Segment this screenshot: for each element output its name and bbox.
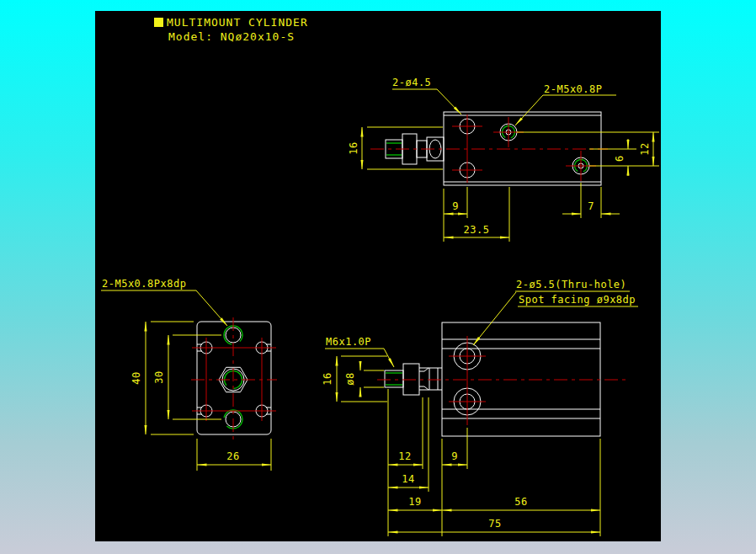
top-view-dim-16: 16 (348, 141, 359, 154)
side-view-dim-12: 12 (398, 450, 411, 462)
front-view-dim-30: 30 (153, 370, 165, 383)
front-view-dim-26: 26 (226, 450, 239, 462)
front-view-thread-label: 2-M5x0.8Px8dp (102, 278, 186, 290)
drawing-title: MULTIMOUNT CYLINDER (167, 16, 308, 29)
side-view-dim-14: 14 (402, 473, 414, 485)
drawing-model: Model: NQø20x10-S (168, 30, 295, 43)
side-view-dim-56: 56 (514, 496, 527, 508)
side-view-dim-16: 16 (322, 372, 333, 385)
side-view-dim-19: 19 (408, 496, 421, 508)
side-view-rod-thread-label: M6x1.0P (326, 336, 371, 348)
side-view-dim-9: 9 (451, 450, 458, 462)
front-view-dim-40: 40 (130, 371, 142, 384)
top-view-dim-12: 12 (639, 142, 651, 155)
title-bullet-icon (154, 18, 163, 27)
top-view-dim-23-5: 23.5 (464, 224, 490, 236)
top-view-dim-6: 6 (614, 155, 626, 162)
side-view-spot-facing-label: Spot facing ø9x8dp (519, 294, 636, 306)
top-view-dim-9: 9 (452, 200, 459, 212)
side-view-dim-rod-dia: ø8 (344, 372, 356, 385)
cad-canvas[interactable]: MULTIMOUNT CYLINDER Model: NQø20x10-S (0, 0, 756, 554)
top-view-thread-label: 2-M5x0.8P (544, 83, 603, 95)
top-view-dim-7: 7 (588, 200, 594, 212)
side-view-dim-75: 75 (488, 518, 501, 530)
side-view-thru-hole-label: 2-ø5.5(Thru-hole) (516, 279, 626, 290)
top-view-hole-label: 2-ø4.5 (392, 77, 431, 88)
